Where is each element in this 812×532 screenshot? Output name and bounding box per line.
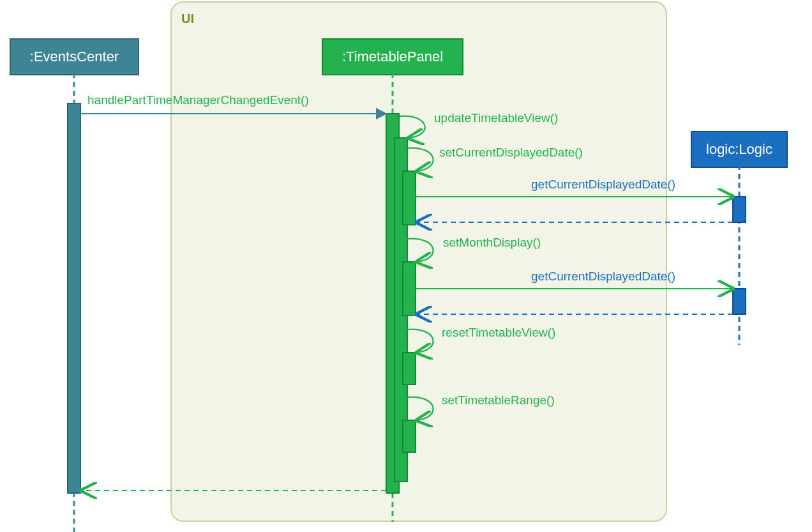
participant-timetable-panel: :TimetablePanel [322, 38, 463, 75]
svg-rect-12 [733, 197, 746, 222]
participant-label: logic:Logic [706, 141, 772, 157]
participant-label: :EventsCenter [30, 49, 119, 65]
msg-get-current-date-1: getCurrentDisplayedDate() [531, 178, 675, 192]
msg-set-range: setTimetableRange() [442, 393, 555, 407]
participant-logic: logic:Logic [691, 131, 788, 168]
msg-set-month: setMonthDisplay() [443, 236, 541, 250]
participant-label: :TimetablePanel [342, 49, 443, 65]
ui-frame [170, 1, 667, 522]
msg-set-current-date: setCurrentDisplayedDate() [439, 146, 583, 160]
svg-rect-5 [68, 103, 80, 493]
msg-get-current-date-2: getCurrentDisplayedDate() [531, 270, 675, 284]
svg-rect-13 [733, 289, 746, 314]
msg-handle-changed: handlePartTimeManagerChangedEvent() [87, 93, 309, 107]
msg-update-view: updateTimetableView() [434, 111, 558, 125]
msg-reset-view: resetTimetableView() [442, 326, 555, 340]
participant-events-center: :EventsCenter [10, 38, 139, 75]
ui-frame-label: UI [181, 11, 194, 26]
